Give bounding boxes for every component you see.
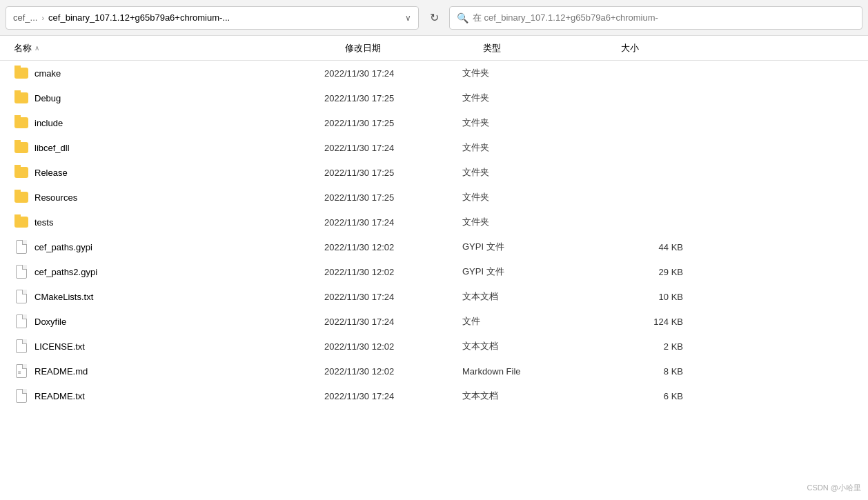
address-bar[interactable]: cef_... › cef_binary_107.1.12+g65b79a6+c… <box>6 6 419 30</box>
folder-icon <box>14 90 29 106</box>
search-icon: 🔍 <box>457 12 468 23</box>
file-date: 2022/11/30 12:02 <box>324 366 462 377</box>
file-size: 29 KB <box>600 267 683 277</box>
column-headers: 名称 ∧ 修改日期 类型 大小 <box>0 36 868 61</box>
file-type: Markdown File <box>462 366 600 377</box>
file-size: 124 KB <box>600 317 683 327</box>
file-date: 2022/11/30 17:24 <box>324 68 462 79</box>
file-type: 文件夹 <box>462 117 600 129</box>
file-icon <box>14 239 29 254</box>
watermark: CSDN @小哈里 <box>807 483 861 493</box>
file-name: cef_paths.gypi <box>14 239 324 254</box>
path-short: cef_... <box>13 12 37 23</box>
file-date: 2022/11/30 12:02 <box>324 267 462 277</box>
file-icon <box>14 264 29 279</box>
file-name: cmake <box>14 66 324 81</box>
file-type: GYPI 文件 <box>462 266 600 278</box>
col-header-name[interactable]: 名称 ∧ <box>14 42 345 54</box>
table-row[interactable]: include2022/11/30 17:25文件夹 <box>0 110 868 135</box>
file-icon <box>14 339 29 354</box>
file-name: Resources <box>14 190 324 205</box>
file-name: Debug <box>14 90 324 106</box>
file-type: 文件夹 <box>462 92 600 104</box>
table-row[interactable]: cef_paths.gypi2022/11/30 12:02GYPI 文件44 … <box>0 234 868 259</box>
file-date: 2022/11/30 17:25 <box>324 168 462 178</box>
table-row[interactable]: tests2022/11/30 17:24文件夹 <box>0 210 868 234</box>
folder-icon <box>14 214 29 230</box>
table-row[interactable]: LICENSE.txt2022/11/30 12:02文本文档2 KB <box>0 334 868 359</box>
col-header-type[interactable]: 类型 <box>483 42 621 54</box>
file-size: 8 KB <box>600 366 683 377</box>
table-row[interactable]: Release2022/11/30 17:25文件夹 <box>0 160 868 185</box>
file-date: 2022/11/30 17:25 <box>324 192 462 203</box>
file-size: 6 KB <box>600 391 683 401</box>
file-name: tests <box>14 214 324 230</box>
file-type: 文本文档 <box>462 290 600 303</box>
file-type: 文本文档 <box>462 390 600 402</box>
file-name: libcef_dll <box>14 140 324 155</box>
file-name: Release <box>14 165 324 180</box>
file-size: 44 KB <box>600 242 683 252</box>
file-type: GYPI 文件 <box>462 241 600 253</box>
file-name: cef_paths2.gypi <box>14 264 324 279</box>
file-list: cmake2022/11/30 17:24文件夹Debug2022/11/30 … <box>0 61 868 408</box>
search-bar[interactable]: 🔍 <box>449 6 862 30</box>
file-size: 2 KB <box>600 341 683 352</box>
file-date: 2022/11/30 17:24 <box>324 317 462 327</box>
file-name: include <box>14 115 324 130</box>
file-date: 2022/11/30 17:24 <box>324 292 462 302</box>
file-name: README.md <box>14 363 324 379</box>
file-name: LICENSE.txt <box>14 339 324 354</box>
table-row[interactable]: Debug2022/11/30 17:25文件夹 <box>0 86 868 110</box>
file-type: 文件夹 <box>462 67 600 79</box>
file-type: 文本文档 <box>462 340 600 352</box>
file-type: 文件 <box>462 315 600 328</box>
file-date: 2022/11/30 12:02 <box>324 242 462 252</box>
col-header-date[interactable]: 修改日期 <box>345 42 483 54</box>
file-date: 2022/11/30 17:24 <box>324 391 462 401</box>
folder-icon <box>14 115 29 130</box>
file-date: 2022/11/30 17:24 <box>324 143 462 153</box>
refresh-button[interactable]: ↻ <box>423 7 445 29</box>
file-icon <box>14 388 29 403</box>
path-full: cef_binary_107.1.12+g65b79a6+chromium-..… <box>48 12 230 23</box>
path-chevron: › <box>41 14 44 22</box>
file-type: 文件夹 <box>462 216 600 228</box>
table-row[interactable]: Resources2022/11/30 17:25文件夹 <box>0 185 868 210</box>
sort-icon: ∧ <box>34 44 39 52</box>
table-row[interactable]: Doxyfile2022/11/30 17:24文件124 KB <box>0 309 868 334</box>
table-row[interactable]: cef_paths2.gypi2022/11/30 12:02GYPI 文件29… <box>0 259 868 284</box>
table-row[interactable]: README.txt2022/11/30 17:24文本文档6 KB <box>0 383 868 408</box>
titlebar: cef_... › cef_binary_107.1.12+g65b79a6+c… <box>0 0 868 36</box>
table-row[interactable]: cmake2022/11/30 17:24文件夹 <box>0 61 868 86</box>
file-date: 2022/11/30 17:24 <box>324 217 462 228</box>
table-row[interactable]: README.md2022/11/30 12:02Markdown File8 … <box>0 359 868 383</box>
file-icon <box>14 289 29 304</box>
folder-icon <box>14 66 29 81</box>
col-header-size[interactable]: 大小 <box>621 42 704 54</box>
file-type: 文件夹 <box>462 166 600 179</box>
markdown-file-icon <box>14 363 29 379</box>
folder-icon <box>14 190 29 205</box>
file-name: Doxyfile <box>14 314 324 329</box>
file-name: CMakeLists.txt <box>14 289 324 304</box>
folder-icon <box>14 140 29 155</box>
search-input[interactable] <box>473 12 855 23</box>
file-icon <box>14 314 29 329</box>
path-dropdown-icon[interactable]: ∨ <box>405 13 411 23</box>
file-type: 文件夹 <box>462 191 600 203</box>
file-name: README.txt <box>14 388 324 403</box>
file-date: 2022/11/30 17:25 <box>324 118 462 128</box>
table-row[interactable]: libcef_dll2022/11/30 17:24文件夹 <box>0 135 868 160</box>
file-type: 文件夹 <box>462 141 600 154</box>
folder-icon <box>14 165 29 180</box>
file-size: 10 KB <box>600 292 683 302</box>
file-date: 2022/11/30 17:25 <box>324 93 462 103</box>
file-date: 2022/11/30 12:02 <box>324 341 462 352</box>
table-row[interactable]: CMakeLists.txt2022/11/30 17:24文本文档10 KB <box>0 284 868 309</box>
